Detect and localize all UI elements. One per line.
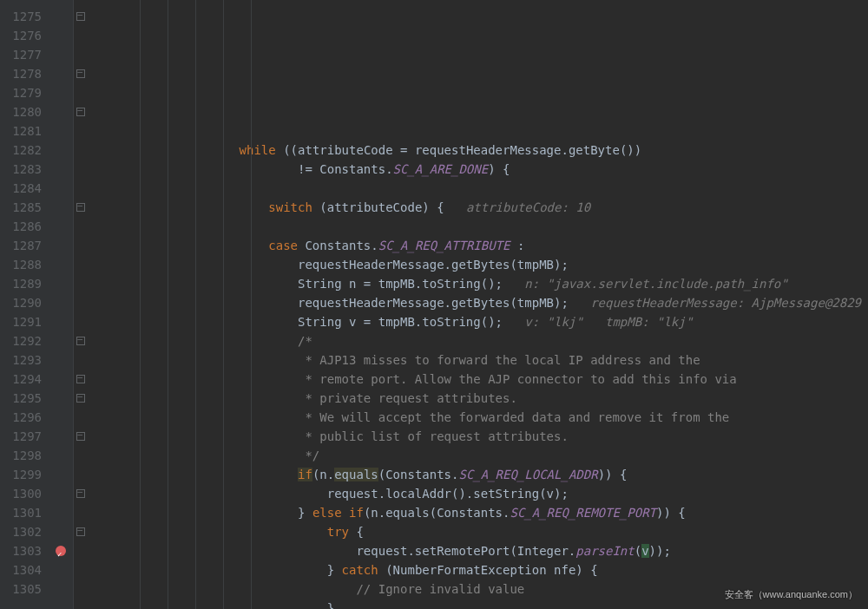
line-number: 1304 (0, 560, 42, 580)
code-editor[interactable]: 1275127612771278127912801281128212831284… (0, 0, 868, 609)
breakpoint-cell[interactable] (49, 465, 73, 484)
breakpoint-cell[interactable] (49, 389, 73, 408)
line-number: 1299 (0, 465, 42, 484)
line-number: 1289 (0, 274, 42, 293)
line-number: 1302 (0, 522, 42, 541)
breakpoint-cell[interactable] (49, 427, 73, 446)
code-token: v: "lkj" tmpMB: "lkj" (524, 315, 693, 329)
code-line[interactable]: switch (attributeCode) { attributeCode: … (89, 198, 868, 217)
breakpoint-cell[interactable] (49, 522, 73, 541)
breakpoint-cell[interactable] (49, 236, 73, 255)
fold-toggle-icon[interactable] (74, 522, 88, 541)
line-number: 1298 (0, 446, 42, 465)
code-token: SC_A_ARE_DONE (393, 162, 489, 176)
fold-toggle-icon[interactable] (74, 64, 88, 83)
code-line[interactable]: requestHeaderMessage.getBytes(tmpMB); re… (89, 293, 868, 312)
breakpoint-cell[interactable] (49, 484, 73, 503)
code-token: */ (93, 449, 319, 462)
fold-cell (74, 312, 88, 331)
breakpoint-cell[interactable] (49, 179, 73, 198)
code-token: * public list of request attributes. (93, 429, 569, 443)
code-token: SC_A_REQ_ATTRIBUTE (378, 239, 510, 252)
fold-cell (74, 580, 88, 599)
code-token: v (641, 544, 648, 558)
fold-toggle-icon[interactable] (74, 389, 88, 408)
line-number: 1295 (0, 389, 42, 408)
fold-toggle-icon[interactable] (74, 427, 88, 446)
line-number: 1280 (0, 102, 42, 121)
breakpoint-cell[interactable] (49, 160, 73, 179)
fold-toggle-icon[interactable] (74, 370, 88, 389)
breakpoint-cell[interactable] (49, 255, 73, 274)
code-token: Constants. (298, 239, 378, 252)
fold-toggle-icon[interactable] (74, 484, 88, 503)
line-number: 1282 (0, 141, 42, 160)
breakpoint-cell[interactable] (49, 331, 73, 350)
breakpoint-cell[interactable] (49, 7, 73, 26)
code-token: /* (298, 334, 312, 348)
code-line[interactable]: String v = tmpMB.toString(); v: "lkj" tm… (89, 312, 868, 331)
code-line[interactable]: != Constants.SC_A_ARE_DONE) { (89, 160, 868, 179)
fold-toggle-icon[interactable] (74, 102, 88, 121)
code-line[interactable]: String n = tmpMB.toString(); n: "javax.s… (89, 274, 868, 293)
fold-toggle-icon[interactable] (74, 7, 88, 26)
breakpoint-cell[interactable] (49, 102, 73, 121)
code-token: } (93, 563, 342, 577)
code-line[interactable]: request.localAddr().setString(v); (89, 484, 868, 503)
code-line[interactable]: * We will accept the forwarded data and … (89, 408, 868, 427)
code-line[interactable] (89, 217, 868, 236)
code-line[interactable] (89, 179, 868, 198)
code-line[interactable]: * remote port. Allow the AJP connector t… (89, 370, 868, 389)
breakpoint-cell[interactable] (49, 26, 73, 45)
code-token: != Constants. (93, 162, 393, 176)
breakpoint-icon[interactable] (56, 546, 66, 556)
line-number: 1287 (0, 236, 42, 255)
breakpoint-cell[interactable] (49, 217, 73, 236)
fold-cell (74, 121, 88, 141)
fold-toggle-icon[interactable] (74, 331, 88, 350)
code-line[interactable]: } else if(n.equals(Constants.SC_A_REQ_RE… (89, 503, 868, 522)
breakpoint-cell[interactable] (49, 350, 73, 370)
code-line[interactable]: * AJP13 misses to forward the local IP a… (89, 350, 868, 370)
breakpoint-cell[interactable] (49, 64, 73, 83)
breakpoint-cell[interactable] (49, 446, 73, 465)
breakpoint-cell[interactable] (49, 83, 73, 102)
code-token: (n.equals(Constants. (364, 506, 510, 520)
breakpoint-cell[interactable] (49, 121, 73, 141)
fold-strip[interactable] (73, 0, 88, 609)
code-line[interactable]: while ((attributeCode = requestHeaderMes… (89, 141, 868, 160)
fold-cell (74, 179, 88, 198)
code-line[interactable]: */ (89, 446, 868, 465)
line-number: 1297 (0, 427, 42, 446)
code-line[interactable]: } catch (NumberFormatException nfe) { (89, 560, 868, 580)
code-line[interactable]: case Constants.SC_A_REQ_ATTRIBUTE : (89, 236, 868, 255)
breakpoint-cell[interactable] (49, 274, 73, 293)
line-number: 1292 (0, 331, 42, 350)
fold-cell (74, 541, 88, 560)
code-token: if (298, 468, 312, 481)
breakpoint-cell[interactable] (49, 503, 73, 522)
breakpoint-cell[interactable] (49, 370, 73, 389)
breakpoint-cell[interactable] (49, 312, 73, 331)
breakpoint-cell[interactable] (49, 141, 73, 160)
breakpoint-strip[interactable] (49, 0, 73, 609)
breakpoint-cell[interactable] (49, 580, 73, 599)
breakpoint-cell[interactable] (49, 541, 73, 560)
code-line[interactable]: * private request attributes. (89, 389, 868, 408)
code-area[interactable]: while ((attributeCode = requestHeaderMes… (88, 0, 868, 609)
code-line[interactable]: try { (89, 522, 868, 541)
code-token: requestHeaderMessage: AjpMessage@2829 (590, 296, 861, 310)
breakpoint-cell[interactable] (49, 408, 73, 427)
code-line[interactable]: /* (89, 331, 868, 350)
breakpoint-cell[interactable] (49, 45, 73, 64)
fold-toggle-icon[interactable] (74, 198, 88, 217)
code-line[interactable]: if(n.equals(Constants.SC_A_REQ_LOCAL_ADD… (89, 465, 868, 484)
code-line[interactable]: request.setRemotePort(Integer.parseInt(v… (89, 541, 868, 560)
code-token: parseInt (575, 544, 634, 558)
code-line[interactable]: requestHeaderMessage.getBytes(tmpMB); (89, 255, 868, 274)
code-line[interactable]: * public list of request attributes. (89, 427, 868, 446)
breakpoint-cell[interactable] (49, 293, 73, 312)
breakpoint-cell[interactable] (49, 198, 73, 217)
code-token: (NumberFormatException nfe) { (378, 563, 598, 577)
code-token: )) { (656, 506, 686, 520)
